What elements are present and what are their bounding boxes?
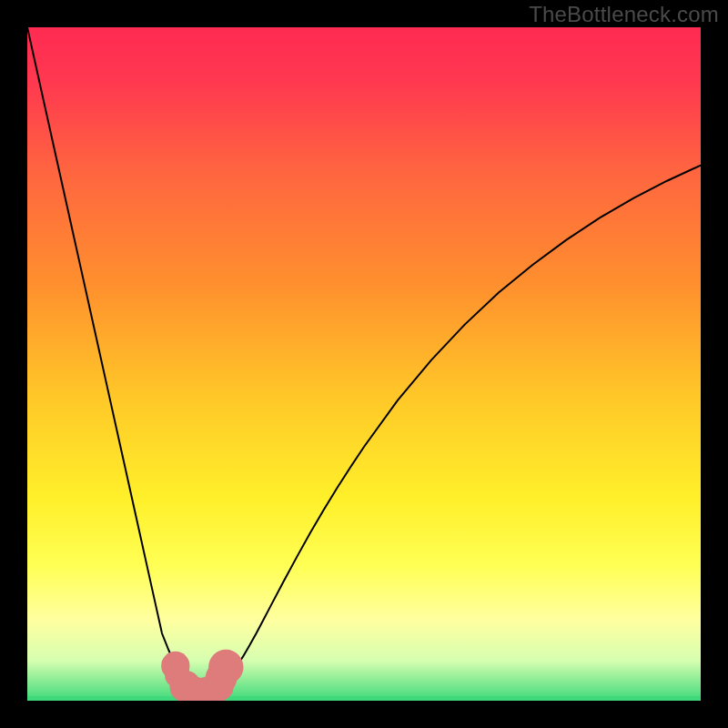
- watermark-text: TheBottleneck.com: [529, 2, 719, 27]
- heat-gradient-background: [27, 27, 701, 701]
- plot-area: [27, 27, 701, 701]
- bottleneck-chart: [27, 27, 701, 701]
- chart-frame: TheBottleneck.com: [0, 0, 728, 728]
- baseline-band: [27, 696, 701, 701]
- annotation-dot: [208, 650, 243, 684]
